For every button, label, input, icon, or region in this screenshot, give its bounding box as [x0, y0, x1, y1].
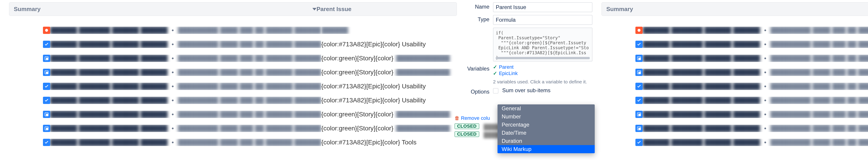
table-row[interactable]: ██████ ███████ ██████ ██████•█████████ █… [636, 39, 868, 50]
sub-icon [43, 55, 50, 62]
svg-rect-8 [46, 128, 48, 130]
issue-link[interactable]: ██████ ███████ ██████ ██████ [50, 69, 167, 76]
issue-link[interactable]: ██████ ███████ ██████ ██████ [643, 139, 760, 146]
issue-title: █████████ ████ ███ ██ ██████ ██████ [770, 97, 868, 104]
table-row[interactable]: ██████ ███████ ██████ ██████•█████████ █… [43, 95, 457, 106]
variable-item[interactable]: ✓EpicLink [493, 70, 592, 76]
task-icon [636, 83, 643, 90]
name-label: Name [466, 2, 493, 10]
trash-icon: 🗑 [455, 115, 460, 121]
issue-link[interactable]: ██████ ███████ ██████ ██████ [643, 41, 760, 48]
table-row[interactable]: ██████ ███████ ██████ ██████•█████████ █… [636, 81, 868, 92]
parent-value: {color:#713A82}[Epic]{color} Usability [321, 83, 426, 90]
parent-value: {color:green}[Story]{color} [321, 55, 393, 62]
svg-rect-15 [638, 114, 640, 116]
table-row[interactable]: ██████ ███████ ██████ ██████•█████████ █… [636, 53, 868, 64]
issue-link[interactable]: ██████ ███████ ██████ ██████ [50, 83, 167, 90]
task-icon [43, 41, 50, 48]
table-left: Summary Parent Issue ██████ ███████ ████… [9, 2, 457, 158]
issue-link[interactable]: ██████ ███████ ██████ ██████ [643, 125, 760, 132]
header-parent[interactable]: Parent Issue [316, 6, 452, 13]
svg-rect-17 [638, 128, 640, 130]
issue-link[interactable]: ██████ ███████ ██████ ██████ [643, 55, 760, 62]
table-row[interactable]: ██████ ███████ ██████ ██████•█████████ █… [636, 67, 868, 78]
dropdown-option[interactable]: General [498, 104, 595, 113]
issue-link[interactable]: ██████ ███████ ██████ ██████ [50, 125, 167, 132]
variables-hint: 2 variables used. Click a variable to de… [493, 79, 592, 85]
sum-checkbox[interactable] [493, 88, 498, 94]
parent-value: {color:#713A82}[Epic]{color} Usability [321, 97, 426, 104]
table-header: Summary Parent Issue [601, 2, 868, 16]
header-summary[interactable]: Summary [14, 6, 316, 13]
status-badge: CLOSED [455, 123, 479, 129]
sub-icon [636, 69, 643, 76]
issue-link[interactable]: ██████ ███████ ██████ ██████ [50, 97, 167, 104]
bug-icon [43, 27, 50, 34]
svg-point-0 [45, 29, 48, 32]
sub-icon [43, 69, 50, 76]
issue-link[interactable]: ██████ ███████ ██████ ██████ [50, 41, 167, 48]
table-row[interactable]: ██████ ███████ ██████ ██████•█████████ █… [43, 67, 457, 78]
dropdown-option[interactable]: Date/Time [498, 129, 595, 137]
table-row[interactable]: ██████ ███████ ██████ ██████•█████████ █… [43, 39, 457, 50]
variable-item[interactable]: ✓Parent [493, 64, 592, 70]
issue-title: █████████ ████ ███ ██ ██████ ██████ [770, 27, 868, 34]
issue-link[interactable]: ██████ ███████ ██████ ██████ [643, 27, 760, 34]
issue-link[interactable]: ██████ ███████ ██████ ██████ [50, 27, 167, 34]
issue-link[interactable]: ██████ ███████ ██████ ██████ [643, 97, 760, 104]
name-input[interactable] [493, 2, 592, 12]
sub-icon [636, 55, 643, 62]
check-icon: ✓ [493, 70, 497, 76]
task-icon [43, 139, 50, 146]
table-row[interactable]: ██████ ███████ ██████ ██████•█████████ █… [636, 137, 868, 148]
issue-link[interactable]: ██████ ███████ ██████ ██████ [50, 111, 167, 118]
parent-value: {color:green}[Story]{color} [321, 111, 393, 118]
issue-title: █████████ ████ ███ ██ ██████ ██████ [178, 125, 321, 132]
column-config-panel: Name Type if( Parent.Issuetype="Story" "… [466, 2, 592, 158]
dropdown-option[interactable]: Percentage [498, 121, 595, 129]
sub-icon [43, 111, 50, 118]
header-summary[interactable]: Summary [606, 6, 868, 13]
sub-icon [636, 125, 643, 132]
task-icon [43, 97, 50, 104]
type-label: Type [466, 15, 493, 23]
sub-icon [43, 125, 50, 132]
formula-editor[interactable]: if( Parent.Issuetype="Story" """{color:g… [493, 28, 592, 61]
type-select[interactable] [493, 15, 592, 25]
dropdown-option[interactable]: Duration [498, 137, 595, 145]
table-row[interactable]: ██████ ███████ ██████ ██████•█████████ █… [636, 95, 868, 106]
table-row[interactable]: ██████ ███████ ██████ ██████•█████████ █… [636, 123, 868, 134]
svg-rect-11 [638, 58, 640, 60]
table-row[interactable]: ██████ ███████ ██████ ██████•█████████ █… [43, 109, 457, 120]
issue-title: █████████ ████ ███ ██ ██████ ██████ [178, 111, 321, 118]
sum-checkbox-row[interactable]: Sum over sub-items [493, 87, 592, 94]
svg-rect-4 [46, 72, 48, 74]
issue-link[interactable]: ██████ ███████ ██████ ██████ [643, 111, 760, 118]
dropdown-option[interactable]: Wiki Markup [498, 145, 595, 153]
task-icon [636, 139, 643, 146]
parent-value: ██████ [321, 27, 348, 34]
table-header: Summary Parent Issue [9, 2, 457, 16]
issue-link[interactable]: ██████ ███████ ██████ ██████ [50, 55, 167, 62]
format-dropdown[interactable]: GeneralNumberPercentageDate/TimeDuration… [498, 104, 595, 153]
table-row[interactable]: ██████ ███████ ██████ ██████•█████████ █… [43, 81, 457, 92]
table-row[interactable]: ██████ ███████ ██████ ██████•█████████ █… [636, 25, 868, 36]
options-label: Options [466, 87, 493, 95]
issue-title: █████████ ████ ███ ██ ██████ ██████ [770, 125, 868, 132]
table-row[interactable]: ██████ ███████ ██████ ██████•█████████ █… [43, 53, 457, 64]
issue-title: █████████ ████ ███ ██ ██████ ██████ [770, 69, 868, 76]
issue-link[interactable]: ██████ ███████ ██████ ██████ [643, 69, 760, 76]
check-icon: ✓ [493, 64, 497, 70]
table-row[interactable]: ██████ ███████ ██████ ██████•█████████ █… [636, 109, 868, 120]
issue-link[interactable]: ██████ ███████ ██████ ██████ [50, 139, 167, 146]
table-row[interactable]: ██████ ███████ ██████ ██████•█████████ █… [43, 25, 457, 36]
issue-link[interactable]: ██████ ███████ ██████ ██████ [643, 83, 760, 90]
table-row[interactable]: ██████ ███████ ██████ ██████•█████████ █… [43, 137, 457, 148]
table-right: Summary Parent Issue ██████ ███████ ████… [601, 2, 868, 158]
task-icon [636, 41, 643, 48]
status-badge: CLOSED [455, 131, 479, 137]
dropdown-option[interactable]: Number [498, 113, 595, 121]
variables-label: Variables [466, 64, 493, 72]
issue-title: █████████ ████ ███ ██ ██████ ██████ [770, 111, 868, 118]
table-row[interactable]: ██████ ███████ ██████ ██████•█████████ █… [43, 123, 457, 134]
